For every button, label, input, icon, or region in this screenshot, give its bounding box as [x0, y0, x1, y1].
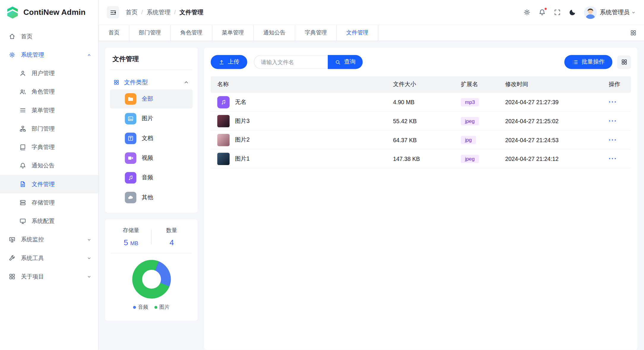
modified-time: 2024-04-27 21:24:12 — [499, 156, 602, 162]
column-header: 修改时间 — [499, 81, 602, 88]
sidebar-item-system-config[interactable]: 系统配置 — [0, 212, 98, 230]
tab-dict[interactable]: 字典管理 — [295, 25, 337, 41]
modified-time: 2024-04-27 21:25:02 — [499, 118, 602, 124]
breadcrumb-item[interactable]: 首页 — [126, 8, 137, 16]
sidebar-item-user-mgmt[interactable]: 用户管理 — [0, 64, 98, 83]
file-count-value: 4 — [151, 238, 192, 247]
app-title: ContiNew Admin — [23, 8, 86, 17]
file-table: 名称文件大小扩展名修改时间操作 无名 4.90 MB mp3 2024-04-2… — [211, 76, 631, 343]
image-thumbnail — [217, 153, 230, 165]
grid-view-toggle-button[interactable] — [617, 55, 631, 69]
table-body: 无名 4.90 MB mp3 2024-04-27 21:27:39 ··· 图… — [211, 93, 631, 169]
sidebar-item-dict-mgmt[interactable]: 字典管理 — [0, 138, 98, 156]
music-icon — [217, 96, 230, 108]
user-menu[interactable]: 系统管理员 — [584, 6, 636, 19]
file-type-item-video[interactable]: 视频 — [110, 149, 193, 168]
file-size: 64.37 KB — [387, 137, 454, 143]
row-more-button[interactable]: ··· — [609, 117, 617, 124]
grid-view-icon — [621, 59, 627, 65]
breadcrumb-item[interactable]: 系统管理 — [147, 8, 170, 16]
chevron-up-icon — [183, 79, 189, 85]
chart-legend: 音频 图片 — [111, 304, 192, 311]
tab-dept[interactable]: 部门管理 — [129, 25, 171, 41]
sidebar-collapse-button[interactable] — [107, 6, 119, 18]
row-more-button[interactable]: ··· — [609, 98, 617, 105]
grid-icon — [113, 79, 120, 85]
divider — [110, 69, 193, 70]
legend-item[interactable]: 图片 — [154, 304, 170, 311]
modified-time: 2024-04-27 21:27:39 — [499, 99, 602, 105]
sidebar-item-dept-mgmt[interactable]: 部门管理 — [0, 120, 98, 138]
chevron-down-icon — [87, 274, 92, 279]
legend-item[interactable]: 音频 — [133, 304, 148, 311]
sidebar-item-about[interactable]: 关于项目 — [0, 267, 98, 286]
sidebar-item-role-mgmt[interactable]: 角色管理 — [0, 83, 98, 101]
tab-file[interactable]: 文件管理 — [337, 25, 378, 41]
chevron-down-icon — [87, 256, 92, 261]
file-name: 图片2 — [235, 136, 250, 144]
query-button[interactable]: 查询 — [328, 55, 363, 69]
menu-fold-icon — [110, 9, 117, 16]
row-more-button[interactable]: ··· — [609, 155, 617, 162]
file-type-item-audio[interactable]: 音频 — [110, 168, 193, 187]
file-type-card: 文件管理 文件类型 全部 图片 文档 视频 音频 其他 — [105, 47, 197, 213]
storage-stats-card: 存储量 5 MB 数量 4 音频 图片 — [105, 219, 197, 321]
folder-icon — [125, 93, 137, 105]
file-size: 147.38 KB — [387, 156, 454, 162]
tab-menu[interactable]: 菜单管理 — [212, 25, 254, 41]
gear-icon — [8, 51, 16, 58]
toolbar-right: 批量操作 — [564, 55, 631, 69]
app-logo-icon — [6, 6, 19, 19]
settings-icon[interactable] — [523, 9, 531, 16]
breadcrumb-item[interactable]: 文件管理 — [180, 8, 203, 16]
sidebar-item-system-management[interactable]: 系统管理 — [0, 46, 98, 64]
grid-icon — [8, 273, 16, 280]
file-type-group-header[interactable]: 文件类型 — [110, 76, 193, 89]
notifications-icon[interactable] — [538, 9, 546, 16]
modified-time: 2024-04-27 21:24:53 — [499, 137, 602, 143]
sidebar-item-home[interactable]: 首页 — [0, 27, 98, 45]
search-input[interactable] — [254, 55, 328, 69]
file-type-list: 全部 图片 文档 视频 音频 其他 — [110, 90, 193, 207]
divider — [111, 253, 192, 253]
chevron-down-icon — [87, 237, 92, 242]
tab-role[interactable]: 角色管理 — [171, 25, 212, 41]
file-type-item-image[interactable]: 图片 — [110, 109, 193, 128]
avatar — [584, 6, 596, 19]
file-icon — [19, 181, 26, 188]
upload-icon — [219, 59, 225, 65]
tab-bar: 首页部门管理角色管理菜单管理通知公告字典管理文件管理 — [99, 25, 644, 41]
sidebar-item-storage-mgmt[interactable]: 存储管理 — [0, 194, 98, 212]
sidebar-item-file-mgmt[interactable]: 文件管理 — [0, 175, 98, 193]
file-size: 4.90 MB — [387, 99, 454, 105]
legend-dot — [154, 306, 157, 309]
search-icon — [335, 59, 341, 65]
fullscreen-icon[interactable] — [553, 9, 561, 16]
tabs: 首页部门管理角色管理菜单管理通知公告字典管理文件管理 — [99, 25, 378, 41]
file-type-item-doc[interactable]: 文档 — [110, 129, 193, 148]
bell-icon — [19, 162, 26, 169]
sidebar-menu: 首页 系统管理 用户管理 角色管理 菜单管理 部门管理 字典管理 通知公告 文件… — [0, 25, 98, 350]
sidebar-item-menu-mgmt[interactable]: 菜单管理 — [0, 101, 98, 119]
top-bar: 首页/系统管理/文件管理 系统管理员 — [99, 0, 644, 25]
tab-notice[interactable]: 通知公告 — [254, 25, 295, 41]
batch-operation-button[interactable]: 批量操作 — [564, 55, 613, 69]
tab-home[interactable]: 首页 — [99, 25, 129, 41]
sidebar-item-system-monitor[interactable]: 系统监控 — [0, 230, 98, 249]
file-type-item-other[interactable]: 其他 — [110, 188, 193, 207]
row-more-button[interactable]: ··· — [609, 136, 617, 143]
file-type-item-all[interactable]: 全部 — [110, 90, 193, 109]
tab-tools — [628, 25, 639, 41]
file-type-panel: 文件管理 文件类型 全部 图片 文档 视频 音频 其他 — [105, 47, 197, 350]
sidebar: ContiNew Admin 首页 系统管理 用户管理 角色管理 菜单管理 部门… — [0, 0, 99, 350]
upload-button[interactable]: 上传 — [211, 55, 247, 69]
sidebar-item-notice[interactable]: 通知公告 — [0, 156, 98, 175]
monitor-icon — [8, 236, 16, 243]
tab-options-button[interactable] — [628, 27, 639, 39]
notification-badge — [544, 7, 547, 10]
sidebar-item-system-tools[interactable]: 系统工具 — [0, 249, 98, 267]
dark-mode-icon[interactable] — [569, 9, 576, 16]
tree-icon — [19, 125, 26, 132]
app-logo[interactable]: ContiNew Admin — [0, 0, 98, 25]
doc-icon — [125, 133, 137, 144]
